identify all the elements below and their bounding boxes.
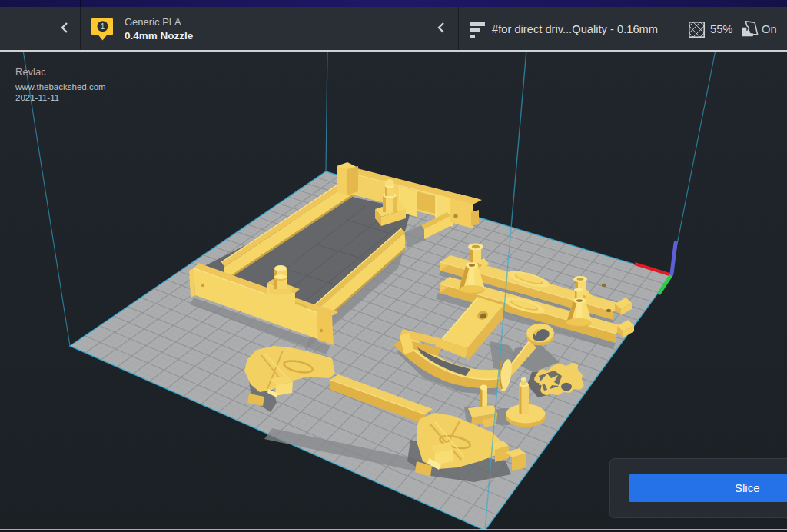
svg-text:1: 1 (101, 22, 105, 31)
